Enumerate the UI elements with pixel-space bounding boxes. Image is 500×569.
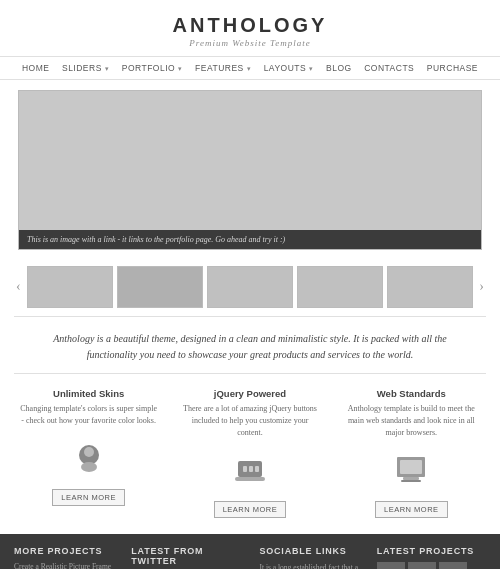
latest-thumb-3[interactable] bbox=[439, 562, 467, 569]
latest-thumb-1[interactable] bbox=[377, 562, 405, 569]
hero-image[interactable]: This is an image with a link - it links … bbox=[18, 90, 482, 250]
chevron-down-icon: ▾ bbox=[178, 65, 183, 72]
feature-standards-desc: Anthology template is build to meet the … bbox=[341, 403, 482, 439]
hero-section: This is an image with a link - it links … bbox=[0, 80, 500, 258]
tagline-text: Anthology is a beautiful theme, designed… bbox=[30, 331, 470, 363]
more-projects-heading: MORE PROJECTS bbox=[14, 546, 123, 556]
feature-standards: Web Standards Anthology template is buil… bbox=[335, 382, 488, 522]
svg-point-1 bbox=[81, 462, 97, 472]
nav-features[interactable]: FEATURES ▾ bbox=[195, 63, 251, 73]
thumbnail-items bbox=[27, 266, 474, 308]
nav-sliders[interactable]: SLIDERS ▾ bbox=[62, 63, 109, 73]
thumbnail-2[interactable] bbox=[117, 266, 203, 308]
nav-blog[interactable]: BLOG bbox=[326, 63, 352, 73]
site-footer: MORE PROJECTS Create a Realistic Picture… bbox=[0, 534, 500, 569]
site-subtitle: Premium Website Template bbox=[0, 38, 500, 48]
main-nav: HOME SLIDERS ▾ PORTFOLIO ▾ FEATURES ▾ LA… bbox=[0, 56, 500, 80]
footer-latest-projects: LATEST PROJECTS bbox=[377, 546, 486, 569]
svg-rect-6 bbox=[255, 466, 259, 472]
chevron-down-icon: ▾ bbox=[309, 65, 314, 72]
footer-grid: MORE PROJECTS Create a Realistic Picture… bbox=[14, 546, 486, 569]
thumbnail-row: ‹ › bbox=[0, 258, 500, 316]
feature-skins: Unlimited Skins Changing template's colo… bbox=[12, 382, 165, 522]
nav-home[interactable]: HOME bbox=[22, 63, 50, 73]
latest-thumb-grid bbox=[377, 562, 486, 569]
thumbnail-1[interactable] bbox=[27, 266, 113, 308]
skins-icon bbox=[67, 435, 111, 479]
latest-projects-heading: LATEST PROJECTS bbox=[377, 546, 486, 556]
social-heading: SOCIABLE LINKS bbox=[259, 546, 368, 556]
project-link-1[interactable]: Create a Realistic Picture Frame With Ph… bbox=[14, 562, 123, 569]
standards-icon bbox=[389, 447, 433, 491]
nav-layouts[interactable]: LAYOUTS ▾ bbox=[264, 63, 314, 73]
twitter-heading: LATEST FROM TWITTER bbox=[131, 546, 251, 566]
site-title: antholoGY bbox=[0, 14, 500, 37]
feature-jquery-title: jQuery Powered bbox=[179, 388, 320, 399]
svg-point-2 bbox=[84, 447, 94, 457]
latest-thumb-2[interactable] bbox=[408, 562, 436, 569]
nav-purchase[interactable]: PURCHASE bbox=[427, 63, 478, 73]
chevron-down-icon: ▾ bbox=[105, 65, 110, 72]
hero-caption: This is an image with a link - it links … bbox=[19, 230, 481, 249]
chevron-down-icon: ▾ bbox=[247, 65, 252, 72]
learn-more-jquery-button[interactable]: LEARN MORE bbox=[214, 501, 287, 518]
svg-rect-4 bbox=[243, 466, 247, 472]
svg-rect-11 bbox=[401, 480, 421, 482]
feature-skins-title: Unlimited Skins bbox=[18, 388, 159, 399]
svg-rect-9 bbox=[400, 460, 422, 474]
footer-more-projects: MORE PROJECTS Create a Realistic Picture… bbox=[14, 546, 123, 569]
feature-jquery: jQuery Powered There are a lot of amazin… bbox=[173, 382, 326, 522]
nav-portfolio[interactable]: PORTFOLIO ▾ bbox=[122, 63, 183, 73]
prev-arrow-icon[interactable]: ‹ bbox=[14, 279, 23, 295]
learn-more-skins-button[interactable]: LEARN MORE bbox=[52, 489, 125, 506]
features-section: Unlimited Skins Changing template's colo… bbox=[0, 374, 500, 534]
nav-contacts[interactable]: CONTACTS bbox=[364, 63, 414, 73]
social-text: It is a long established fact that a rea… bbox=[259, 562, 368, 569]
thumbnail-5[interactable] bbox=[387, 266, 473, 308]
svg-rect-7 bbox=[235, 477, 265, 481]
learn-more-standards-button[interactable]: LEARN MORE bbox=[375, 501, 448, 518]
feature-skins-desc: Changing template's colors is super simp… bbox=[18, 403, 159, 427]
svg-rect-5 bbox=[249, 466, 253, 472]
thumbnail-4[interactable] bbox=[297, 266, 383, 308]
feature-standards-title: Web Standards bbox=[341, 388, 482, 399]
feature-jquery-desc: There are a lot of amazing jQuery button… bbox=[179, 403, 320, 439]
svg-rect-10 bbox=[403, 477, 419, 480]
jquery-icon bbox=[228, 447, 272, 491]
site-header: antholoGY Premium Website Template bbox=[0, 0, 500, 56]
next-arrow-icon[interactable]: › bbox=[477, 279, 486, 295]
footer-social: SOCIABLE LINKS It is a long established … bbox=[259, 546, 368, 569]
tagline-section: Anthology is a beautiful theme, designed… bbox=[0, 317, 500, 373]
footer-twitter: LATEST FROM TWITTER A new update of my P… bbox=[131, 546, 251, 569]
thumbnail-3[interactable] bbox=[207, 266, 293, 308]
